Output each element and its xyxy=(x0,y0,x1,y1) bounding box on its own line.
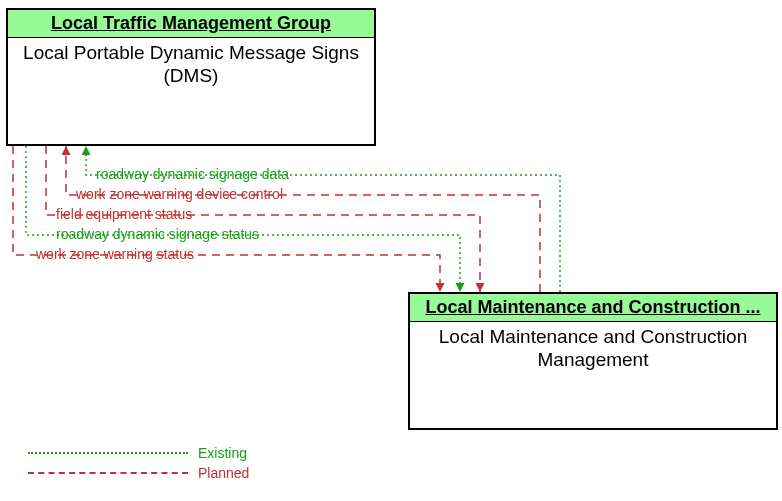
box-traffic-body: Local Portable Dynamic Message Signs (DM… xyxy=(8,38,374,92)
flow-label-equipment-status: field equipment status xyxy=(56,206,192,222)
box-traffic-header: Local Traffic Management Group xyxy=(8,10,374,38)
box-maintenance-header: Local Maintenance and Construction ... xyxy=(410,294,776,322)
box-traffic-group: Local Traffic Management Group Local Por… xyxy=(6,8,376,146)
legend-label-planned: Planned xyxy=(198,465,249,481)
flow-label-signage-data: roadway dynamic signage data xyxy=(96,166,289,182)
box-maintenance-group: Local Maintenance and Construction ... L… xyxy=(408,292,778,430)
flow-label-warning-control: work zone warning device control xyxy=(76,186,283,202)
legend-existing: Existing xyxy=(28,443,249,463)
flow-label-warning-status: work zone warning status xyxy=(36,246,194,262)
box-maintenance-body: Local Maintenance and Construction Manag… xyxy=(410,322,776,376)
legend-line-existing xyxy=(28,452,188,454)
legend: Existing Planned xyxy=(28,443,249,483)
flow-label-signage-status: roadway dynamic signage status xyxy=(56,226,259,242)
legend-planned: Planned xyxy=(28,463,249,483)
legend-label-existing: Existing xyxy=(198,445,247,461)
legend-line-planned xyxy=(28,472,188,474)
